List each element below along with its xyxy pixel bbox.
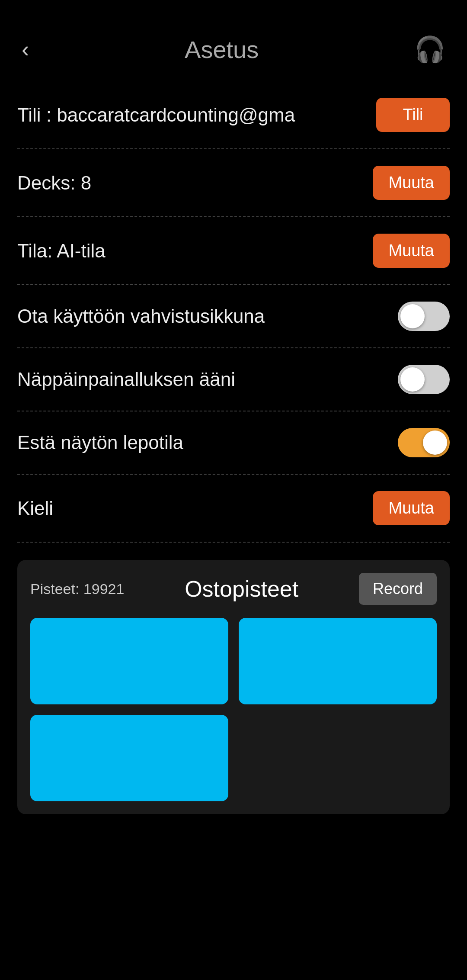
settings-list: Tili : baccaratcardcounting@gma Tili Dec… bbox=[0, 81, 467, 543]
purchase-section: Pisteet: 19921 Ostopisteet Record bbox=[17, 560, 450, 814]
language-row: Kieli Muuta bbox=[17, 475, 450, 543]
language-label: Kieli bbox=[17, 498, 373, 519]
mode-button[interactable]: Muuta bbox=[373, 234, 450, 268]
purchase-item-3[interactable] bbox=[30, 715, 228, 801]
confirm-window-toggle-thumb bbox=[400, 304, 425, 328]
prevent-sleep-label: Estä näytön lepotila bbox=[17, 432, 398, 453]
purchase-item-1[interactable] bbox=[30, 618, 228, 704]
account-row: Tili : baccaratcardcounting@gma Tili bbox=[17, 81, 450, 149]
prevent-sleep-toggle-thumb bbox=[423, 431, 447, 455]
language-button[interactable]: Muuta bbox=[373, 491, 450, 525]
decks-button[interactable]: Muuta bbox=[373, 166, 450, 200]
points-label: Pisteet: 19921 bbox=[30, 581, 124, 598]
confirm-window-row: Ota käyttöön vahvistusikkuna bbox=[17, 285, 450, 348]
account-button[interactable]: Tili bbox=[376, 98, 450, 132]
key-sound-row: Näppäinpainalluksen ääni bbox=[17, 348, 450, 411]
purchase-grid bbox=[30, 618, 437, 801]
key-sound-label: Näppäinpainalluksen ääni bbox=[17, 369, 398, 390]
mode-label: Tila: AI-tila bbox=[17, 240, 373, 262]
back-button[interactable]: ‹ bbox=[22, 38, 29, 61]
prevent-sleep-row: Estä näytön lepotila bbox=[17, 411, 450, 475]
purchase-title: Ostopisteet bbox=[185, 576, 298, 602]
headset-icon[interactable]: 🎧 bbox=[414, 35, 445, 64]
confirm-window-toggle[interactable] bbox=[398, 302, 450, 331]
purchase-item-2[interactable] bbox=[239, 618, 437, 704]
mode-row: Tila: AI-tila Muuta bbox=[17, 217, 450, 285]
key-sound-toggle[interactable] bbox=[398, 365, 450, 394]
header: ‹ Asetus 🎧 bbox=[0, 0, 467, 81]
confirm-window-label: Ota käyttöön vahvistusikkuna bbox=[17, 305, 398, 327]
key-sound-toggle-thumb bbox=[400, 367, 425, 392]
decks-row: Decks: 8 Muuta bbox=[17, 149, 450, 217]
prevent-sleep-toggle[interactable] bbox=[398, 428, 450, 457]
decks-label: Decks: 8 bbox=[17, 172, 373, 194]
page-title: Asetus bbox=[185, 35, 259, 64]
purchase-header: Pisteet: 19921 Ostopisteet Record bbox=[30, 573, 437, 605]
record-button[interactable]: Record bbox=[359, 573, 437, 605]
account-label: Tili : baccaratcardcounting@gma bbox=[17, 104, 376, 126]
